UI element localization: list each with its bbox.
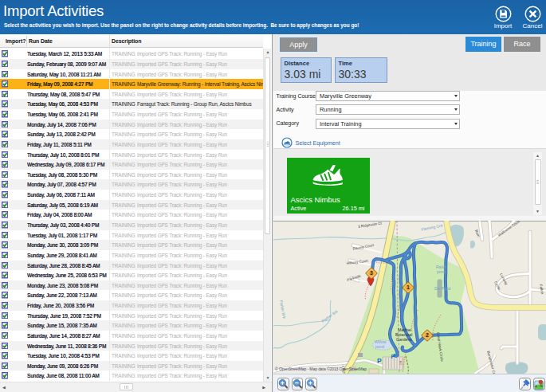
svg-text:pond: pond	[375, 344, 384, 349]
svg-text:Dix Pond: Dix Pond	[434, 286, 451, 291]
svg-text:P: P	[391, 353, 395, 360]
svg-text:1: 1	[407, 284, 410, 290]
svg-text:2: 2	[426, 332, 429, 338]
svg-text:P: P	[377, 357, 382, 365]
svg-text:© OpenStreetMap - Map data ©20: © OpenStreetMap - Map data ©2013 OpenStr…	[275, 367, 367, 371]
svg-text:pond: pond	[437, 269, 446, 274]
svg-text:Gardens: Gardens	[396, 337, 412, 342]
svg-text:3: 3	[370, 270, 373, 276]
svg-text:Rd: Rd	[399, 360, 403, 365]
